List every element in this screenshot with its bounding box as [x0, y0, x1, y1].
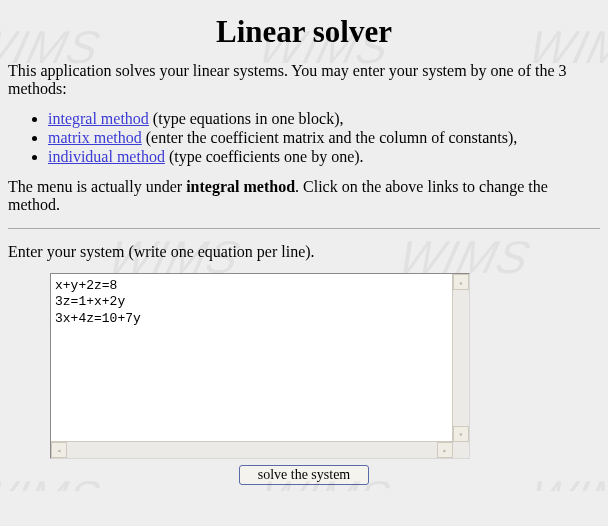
- scroll-right-icon[interactable]: ▸: [437, 442, 453, 458]
- list-item: individual method (type coefficients one…: [48, 148, 600, 166]
- individual-method-link[interactable]: individual method: [48, 148, 165, 165]
- list-item: matrix method (enter the coefficient mat…: [48, 129, 600, 147]
- method-desc: (type equations in one block),: [149, 110, 344, 127]
- scrollbar-vertical[interactable]: ▴ ▾: [452, 274, 469, 442]
- system-input-text[interactable]: x+y+2z=8 3z=1+x+2y 3x+4z=10+7y: [55, 278, 465, 327]
- current-method-name: integral method: [186, 178, 295, 195]
- current-method-text: The menu is actually under integral meth…: [8, 178, 600, 214]
- intro-text: This application solves your linear syst…: [8, 62, 600, 98]
- method-desc: (type coefficients one by one).: [165, 148, 364, 165]
- scrollbar-horizontal[interactable]: ◂ ▸: [51, 441, 453, 458]
- divider: [8, 228, 600, 229]
- method-desc: (enter the coefficient matrix and the co…: [142, 129, 518, 146]
- integral-method-link[interactable]: integral method: [48, 110, 149, 127]
- page-title: Linear solver: [8, 14, 600, 50]
- scroll-up-icon[interactable]: ▴: [453, 274, 469, 290]
- scroll-corner: [452, 441, 469, 458]
- system-input[interactable]: x+y+2z=8 3z=1+x+2y 3x+4z=10+7y ▴ ▾ ◂ ▸: [50, 273, 470, 459]
- scroll-left-icon[interactable]: ◂: [51, 442, 67, 458]
- enter-prompt: Enter your system (write one equation pe…: [8, 243, 600, 261]
- scroll-down-icon[interactable]: ▾: [453, 426, 469, 442]
- methods-list: integral method (type equations in one b…: [8, 110, 600, 166]
- solve-button[interactable]: solve the system: [239, 465, 370, 485]
- matrix-method-link[interactable]: matrix method: [48, 129, 142, 146]
- list-item: integral method (type equations in one b…: [48, 110, 600, 128]
